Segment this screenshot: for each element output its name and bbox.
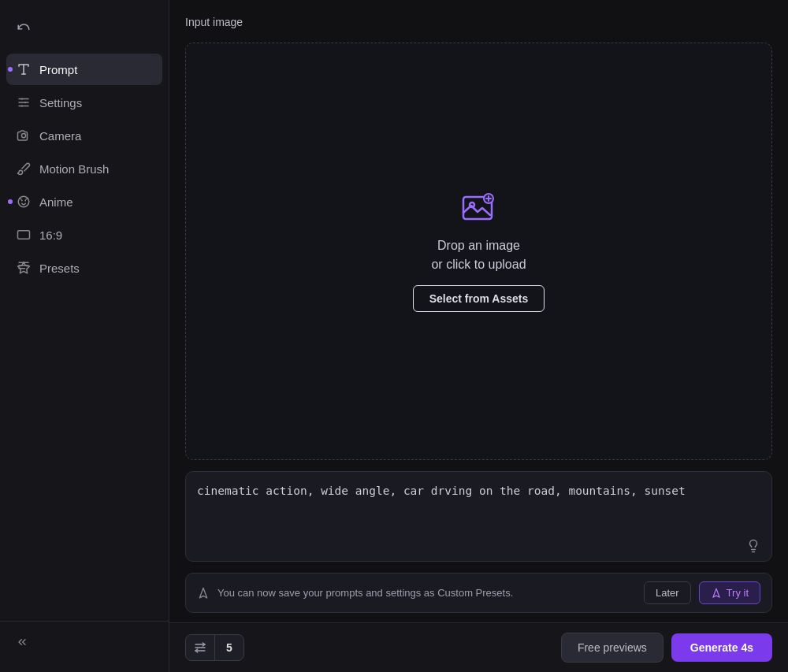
sidebar-item-camera[interactable]: Camera — [6, 120, 162, 151]
free-previews-button[interactable]: Free previews — [561, 633, 663, 663]
collapse-button[interactable] — [9, 631, 159, 653]
camera-icon — [16, 128, 32, 143]
svg-point-6 — [24, 102, 26, 103]
sidebar-item-prompt[interactable]: Prompt — [6, 54, 162, 85]
try-it-button[interactable]: Try it — [699, 581, 760, 604]
sidebar-item-settings[interactable]: Settings — [6, 87, 162, 118]
input-image-label: Input image — [185, 16, 772, 28]
steps-value[interactable]: 5 — [215, 635, 243, 660]
svg-point-10 — [21, 200, 23, 202]
select-assets-button[interactable]: Select from Assets — [413, 285, 545, 312]
undo-icon — [17, 21, 31, 35]
steps-control: 5 — [185, 634, 244, 661]
svg-marker-21 — [713, 588, 719, 597]
sidebar-item-anime[interactable]: Anime — [6, 186, 162, 217]
svg-point-8 — [21, 133, 25, 137]
active-dot — [8, 67, 13, 72]
sidebar-nav: Prompt Settings — [0, 54, 169, 621]
lightbulb-icon[interactable] — [746, 539, 760, 553]
sidebar-bottom — [0, 621, 169, 663]
svg-marker-13 — [18, 262, 30, 273]
svg-point-5 — [21, 98, 23, 99]
sidebar-item-ratio[interactable]: 16:9 — [6, 219, 162, 251]
text-icon — [16, 61, 32, 77]
later-button[interactable]: Later — [644, 581, 691, 604]
sidebar-item-label: Camera — [39, 129, 81, 143]
sidebar-item-label: Settings — [39, 96, 82, 110]
bottom-toolbar: 5 Free previews Generate 4s — [169, 622, 788, 672]
sidebar-item-label: Presets — [39, 262, 80, 275]
presets-icon — [16, 260, 32, 276]
settings-icon — [16, 95, 32, 110]
prompt-container — [185, 471, 772, 562]
undo-button[interactable] — [11, 16, 36, 41]
main-content: Input image Drop an image or click to up… — [169, 0, 788, 672]
anime-icon — [16, 194, 32, 210]
sidebar-item-presets[interactable]: Presets — [6, 252, 162, 284]
sidebar-item-label: Prompt — [39, 63, 77, 76]
notification-bar: You can now save your prompts and settin… — [185, 573, 772, 613]
brush-icon — [16, 161, 32, 176]
svg-point-11 — [24, 200, 26, 202]
prompt-textarea[interactable] — [197, 483, 760, 534]
svg-marker-20 — [199, 588, 206, 598]
active-dot — [8, 199, 13, 204]
prompt-footer — [197, 534, 760, 553]
sidebar-item-label: 16:9 — [39, 228, 62, 242]
collapse-icon — [16, 636, 28, 648]
steps-icon-button[interactable] — [186, 635, 215, 660]
notification-text: You can now save your prompts and settin… — [217, 587, 636, 599]
presets-notify-icon — [197, 587, 210, 600]
generate-button[interactable]: Generate 4s — [671, 633, 772, 662]
svg-rect-12 — [18, 231, 30, 239]
steps-icon — [194, 641, 206, 654]
try-it-icon — [711, 588, 722, 599]
sidebar-top — [0, 9, 169, 54]
sidebar-item-motion-brush[interactable]: Motion Brush — [6, 153, 162, 184]
svg-point-7 — [21, 105, 23, 106]
sidebar-item-label: Motion Brush — [39, 162, 109, 176]
drop-text: Drop an image or click to upload — [431, 236, 526, 274]
sidebar-item-label: Anime — [39, 195, 73, 209]
upload-image-icon — [460, 191, 498, 228]
sidebar: Prompt Settings — [0, 0, 169, 672]
ratio-icon — [16, 227, 32, 243]
input-image-section: Input image — [185, 16, 772, 32]
content-area: Input image Drop an image or click to up… — [169, 0, 788, 622]
upload-area[interactable]: Drop an image or click to upload Select … — [185, 43, 772, 460]
